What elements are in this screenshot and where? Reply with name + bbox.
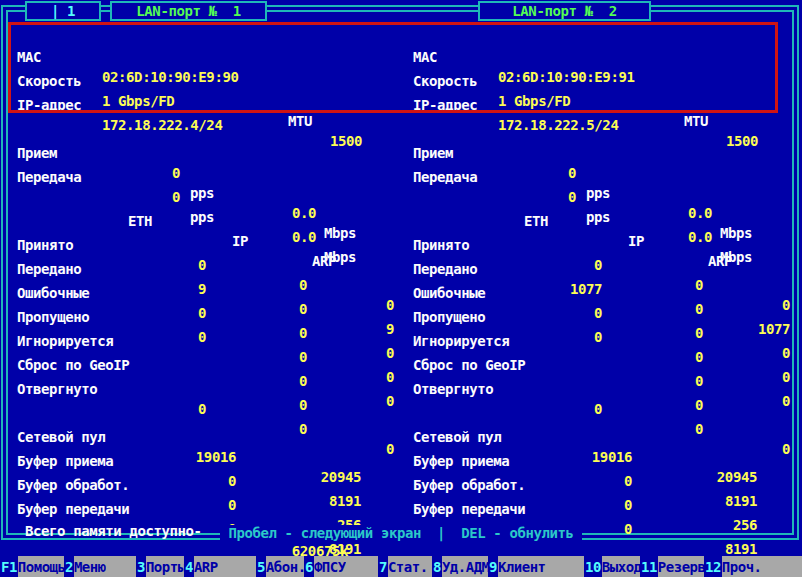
table-row: Сброс по GeoIP 0 xyxy=(14,335,398,355)
table-row: Принято 0 0 0 xyxy=(410,215,794,235)
fkey-number: 8 xyxy=(432,556,442,577)
rx-rate-row: Прием 0 pps 0.0 Mbps xyxy=(410,123,794,143)
fkey-number: 12 xyxy=(704,556,722,577)
fkey-f11-reserve[interactable]: 11 Резерв xyxy=(640,556,704,577)
lan-port-2-panel: MAC 02:6D:10:90:E9:91 Скорость 1 Gbps/FD… xyxy=(410,0,794,577)
tx-rate-label: Передача xyxy=(413,167,477,187)
ip-row: IP-адрес 172.18.222.4/24 xyxy=(14,75,398,95)
fkey-f2-menu[interactable]: 2 Меню xyxy=(64,556,136,577)
fkey-number: 2 xyxy=(64,556,74,577)
table-row: Пропущено 0 0 0 xyxy=(14,287,398,307)
speed-row: Скорость 1 Gbps/FD MTU 1500 xyxy=(410,51,794,71)
table-row: Ошибочные 0 0 0 xyxy=(14,263,398,283)
buffer-row: Буфер передачи 0 8191 xyxy=(410,479,794,499)
fkey-number: 5 xyxy=(256,556,266,577)
fkey-number: 11 xyxy=(640,556,658,577)
fkey-f6-fpsu[interactable]: 6 ФПСУ xyxy=(304,556,378,577)
ip-row: IP-адрес 172.18.222.5/24 xyxy=(410,75,794,95)
lan-port-1-panel: MAC 02:6D:10:90:E9:90 Скорость 1 Gbps/FD… xyxy=(14,0,398,577)
fkey-label: Меню xyxy=(74,559,106,575)
buffer-row: Буфер передачи 0 8191 xyxy=(14,479,398,499)
speed-row: Скорость 1 Gbps/FD MTU 1500 xyxy=(14,51,398,71)
fkey-label: ARP xyxy=(194,559,218,575)
fkey-label: Проч. xyxy=(722,559,762,575)
fkey-f1-help[interactable]: F1 Помощь xyxy=(0,556,64,577)
table-row: Отвергнуто 0 0 0 xyxy=(14,359,398,379)
tab-lan-port-2: LAN-порт № 2 xyxy=(478,1,651,21)
fkey-f10-exit[interactable]: 10 Выход xyxy=(584,556,640,577)
fkey-number: 3 xyxy=(136,556,146,577)
table-row: Пропущено 0 0 0 xyxy=(410,287,794,307)
fkey-f9-client[interactable]: 9 Клиент xyxy=(488,556,584,577)
function-key-bar: F1 Помощь 2 Меню 3 Порты 4 ARP 5 Абон. 6… xyxy=(0,556,802,577)
buffer-row: Буфер приема 0 8191 xyxy=(410,431,794,451)
rx-rate-row: Прием 0 pps 0.0 Mbps xyxy=(14,123,398,143)
buffer-used: 0 xyxy=(410,519,632,539)
fkey-label: Стат. xyxy=(388,559,428,575)
screen-indicator-label: | 1 xyxy=(51,3,75,19)
table-header-row: ETH IP ARP xyxy=(410,191,794,211)
fkey-f12-other[interactable]: 12 Проч. xyxy=(704,556,802,577)
buffer-row: Сетевой пул 19016 20945 xyxy=(14,407,398,427)
fkey-label: ФПСУ xyxy=(314,559,346,575)
screen-indicator-tab: | 1 xyxy=(25,1,101,21)
fkey-label: Порты xyxy=(146,559,184,575)
memory-summary-row: Всего памяти доступно- 620675k Свободно:… xyxy=(0,501,802,521)
mac-row: MAC 02:6D:10:90:E9:91 xyxy=(410,27,794,47)
fkey-number: F1 xyxy=(0,556,18,577)
table-row: Игнорируется 0 0 xyxy=(14,311,398,331)
fkey-label: Клиент xyxy=(498,559,546,575)
fkey-number: 9 xyxy=(488,556,498,577)
table-row: Игнорируется 0 0 xyxy=(410,311,794,331)
memory-available-label: Всего памяти доступно- xyxy=(25,521,202,541)
fkey-label: Уд.АДМ xyxy=(442,559,488,575)
row-label: Отвергнуто xyxy=(17,379,97,399)
table-row: Ошибочные 0 0 0 xyxy=(410,263,794,283)
buffer-row: Сетевой пул 19016 20945 xyxy=(410,407,794,427)
tab-lan-port-2-label: LAN-порт № 2 xyxy=(512,3,616,19)
table-row: Принято 0 0 0 xyxy=(14,215,398,235)
tab-lan-port-1: LAN-порт № 1 xyxy=(110,1,267,21)
table-header-row: ETH IP ARP xyxy=(14,191,398,211)
fkey-f3-ports[interactable]: 3 Порты xyxy=(136,556,184,577)
fkey-f5-subscribers[interactable]: 5 Абон. xyxy=(256,556,304,577)
buffer-row: Буфер обработ. 0 256 xyxy=(410,455,794,475)
table-row: Сброс по GeoIP 0 xyxy=(410,335,794,355)
fkey-label: Резерв xyxy=(658,559,704,575)
buffer-row: Буфер приема 0 8191 xyxy=(14,431,398,451)
fkey-label: Абон. xyxy=(266,559,304,575)
mac-row: MAC 02:6D:10:90:E9:90 xyxy=(14,27,398,47)
fkey-number: 6 xyxy=(304,556,314,577)
console-screen: | 1 LAN-порт № 1 LAN-порт № 2 MAC 02:6D:… xyxy=(0,0,802,577)
table-row: Передано 1077 0 1077 xyxy=(410,239,794,259)
fkey-f7-stats[interactable]: 7 Стат. xyxy=(378,556,432,577)
row-label: Отвергнуто xyxy=(413,379,493,399)
buffer-row: Буфер обработ. 0 256 xyxy=(14,455,398,475)
tx-rate-label: Передача xyxy=(17,167,81,187)
fkey-number: 10 xyxy=(584,556,602,577)
fkey-f8-remote-admin[interactable]: 8 Уд.АДМ xyxy=(432,556,488,577)
fkey-label: Выход xyxy=(602,559,640,575)
ip-label: IP-адрес xyxy=(413,95,477,115)
tx-rate-row: Передача 0 pps 0.0 Mbps xyxy=(14,147,398,167)
fkey-number: 7 xyxy=(378,556,388,577)
ip-label: IP-адрес xyxy=(17,95,81,115)
fkey-f4-arp[interactable]: 4 ARP xyxy=(184,556,256,577)
tab-lan-port-1-label: LAN-порт № 1 xyxy=(136,3,240,19)
tx-rate-row: Передача 0 pps 0.0 Mbps xyxy=(410,147,794,167)
fkey-number: 4 xyxy=(184,556,194,577)
table-row: Передано 9 0 9 xyxy=(14,239,398,259)
fkey-label: Помощь xyxy=(18,559,64,575)
table-row: Отвергнуто 0 0 0 xyxy=(410,359,794,379)
